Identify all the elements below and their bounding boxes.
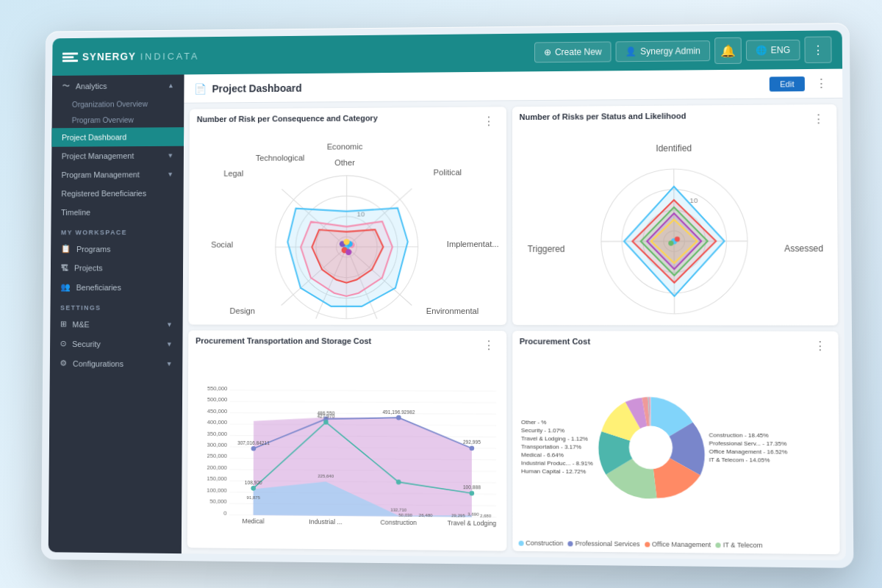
svg-text:10: 10 bbox=[689, 196, 698, 204]
sidebar-item-program-overview[interactable]: Program Overview bbox=[52, 112, 184, 129]
sidebar-item-timeline[interactable]: Timeline bbox=[51, 203, 183, 222]
svg-text:225,640: 225,640 bbox=[318, 473, 334, 478]
svg-text:100,888: 100,888 bbox=[463, 484, 481, 490]
screen: SYNERGY INDICATA ⊕ Create New 👤 Synergy … bbox=[49, 30, 846, 560]
language-button[interactable]: 🌐 ENG bbox=[746, 40, 800, 61]
sidebar-item-programs[interactable]: 📋 Programs bbox=[51, 239, 183, 259]
svg-text:Political: Political bbox=[434, 168, 462, 176]
projects-icon: 🏗 bbox=[60, 264, 68, 273]
svg-text:Medical: Medical bbox=[242, 517, 264, 525]
svg-line-71 bbox=[229, 413, 496, 415]
chart3-area: 550,000 500,000 450,000 400,000 350,000 … bbox=[187, 356, 506, 551]
svg-point-86 bbox=[470, 446, 475, 451]
svg-text:2,680: 2,680 bbox=[480, 513, 492, 517]
logo: SYNERGY INDICATA bbox=[62, 48, 200, 65]
settings-label: SETTINGS bbox=[50, 297, 182, 315]
sidebar-item-registered-beneficiaries[interactable]: Registered Beneficiaries bbox=[51, 184, 184, 203]
chevron-down-icon-2: ▼ bbox=[167, 171, 173, 178]
chart1-more-button[interactable]: ⋮ bbox=[478, 112, 499, 129]
sidebar-item-project-management[interactable]: Project Management ▼ bbox=[51, 146, 184, 166]
chart2-title: Number of Risks per Status and Likelihoo… bbox=[520, 112, 686, 122]
edit-button[interactable]: Edit bbox=[770, 76, 805, 91]
programs-icon: 📋 bbox=[61, 244, 71, 254]
svg-text:Industrial ...: Industrial ... bbox=[309, 517, 342, 526]
svg-text:400,000: 400,000 bbox=[207, 419, 227, 426]
user-icon: 👤 bbox=[625, 46, 637, 57]
config-icon: ⚙ bbox=[60, 359, 67, 368]
beneficiaries-icon: 👥 bbox=[60, 282, 71, 292]
sidebar-item-security[interactable]: ⊙ Security ▼ bbox=[50, 334, 183, 354]
chart2-more-button[interactable]: ⋮ bbox=[808, 110, 829, 127]
chart1-header: Number of Risk per Consequence and Categ… bbox=[190, 107, 506, 135]
user-menu-button[interactable]: 👤 Synergy Admin bbox=[616, 40, 710, 62]
chart4-more-button[interactable]: ⋮ bbox=[809, 337, 831, 354]
svg-text:Legal: Legal bbox=[223, 169, 243, 178]
notifications-button[interactable]: 🔔 bbox=[714, 37, 742, 64]
svg-text:307,016.84211: 307,016.84211 bbox=[237, 440, 270, 445]
dashboard-icon: 📄 bbox=[194, 82, 207, 94]
svg-text:350,000: 350,000 bbox=[207, 430, 227, 437]
svg-text:26,480: 26,480 bbox=[419, 513, 433, 517]
chart4-header: Procurement Cost ⋮ bbox=[512, 331, 839, 357]
svg-text:50,030: 50,030 bbox=[398, 512, 412, 517]
plus-circle-icon: ⊕ bbox=[544, 47, 551, 57]
sidebar-item-beneficiaries[interactable]: 👥 Beneficiaries bbox=[51, 277, 183, 297]
svg-text:292,995: 292,995 bbox=[463, 440, 481, 445]
svg-text:150,000: 150,000 bbox=[207, 476, 227, 482]
chart2-area: Identified Assessed Controlled Triggered… bbox=[512, 130, 839, 325]
svg-text:29,295: 29,295 bbox=[451, 513, 465, 517]
svg-text:Construction: Construction bbox=[380, 518, 417, 526]
svg-point-87 bbox=[251, 486, 256, 491]
svg-point-85 bbox=[396, 415, 401, 420]
sidebar-analytics-header[interactable]: 〜 Analytics ▲ bbox=[52, 74, 184, 96]
bar-chart-svg: 550,000 500,000 450,000 400,000 350,000 … bbox=[193, 356, 501, 548]
svg-text:Identified: Identified bbox=[656, 143, 692, 153]
security-chevron-icon: ▼ bbox=[166, 340, 173, 348]
svg-text:Economic: Economic bbox=[327, 142, 363, 151]
content-header: 📄 Project Dashboard Edit ⋮ bbox=[184, 69, 842, 104]
create-new-button[interactable]: ⊕ Create New bbox=[534, 41, 612, 62]
sidebar-item-projects[interactable]: 🏗 Projects bbox=[51, 259, 183, 278]
more-menu-button[interactable]: ⋮ bbox=[804, 36, 831, 63]
header-more-button[interactable]: ⋮ bbox=[811, 75, 832, 92]
sidebar-item-me[interactable]: ⊞ M&E ▼ bbox=[50, 315, 182, 334]
chart2-header: Number of Risks per Status and Likelihoo… bbox=[512, 104, 837, 132]
svg-text:500,000: 500,000 bbox=[207, 396, 227, 403]
chart4-area: Other - % Security - 1.07% Travel & Lodg… bbox=[512, 356, 840, 542]
globe-icon: 🌐 bbox=[756, 45, 767, 55]
svg-text:132,710: 132,710 bbox=[390, 508, 407, 512]
sidebar-item-configurations[interactable]: ⚙ Configurations ▼ bbox=[50, 354, 183, 373]
me-icon: ⊞ bbox=[60, 319, 67, 329]
svg-point-88 bbox=[323, 420, 329, 425]
svg-text:Social: Social bbox=[211, 240, 233, 248]
chart1-title: Number of Risk per Consequence and Categ… bbox=[197, 114, 378, 124]
svg-text:50,000: 50,000 bbox=[209, 498, 226, 505]
svg-text:100,000: 100,000 bbox=[207, 487, 227, 493]
hamburger-icon bbox=[62, 49, 78, 65]
svg-text:491,196.92982: 491,196.92982 bbox=[382, 409, 415, 415]
svg-text:Environmental: Environmental bbox=[426, 306, 478, 315]
svg-point-83 bbox=[251, 446, 257, 451]
top-nav: SYNERGY INDICATA ⊕ Create New 👤 Synergy … bbox=[52, 30, 842, 76]
dashboard-grid: Number of Risk per Consequence and Categ… bbox=[182, 98, 846, 561]
monitor: SYNERGY INDICATA ⊕ Create New 👤 Synergy … bbox=[41, 23, 853, 568]
svg-point-35 bbox=[343, 239, 349, 245]
analytics-icon: 〜 bbox=[62, 81, 70, 92]
svg-text:427,970: 427,970 bbox=[318, 414, 335, 419]
svg-text:Triggered: Triggered bbox=[527, 243, 564, 253]
svg-point-56 bbox=[668, 241, 673, 246]
svg-text:Travel & Lodging: Travel & Lodging bbox=[448, 519, 497, 527]
security-icon: ⊙ bbox=[60, 339, 67, 348]
svg-text:200,000: 200,000 bbox=[207, 464, 226, 470]
main-layout: 〜 Analytics ▲ Organization Overview Prog… bbox=[49, 69, 846, 561]
chart3-more-button[interactable]: ⋮ bbox=[478, 337, 499, 354]
sidebar-item-program-management[interactable]: Program Management ▼ bbox=[51, 165, 184, 184]
sidebar-item-org-overview[interactable]: Organization Overview bbox=[52, 96, 184, 112]
chevron-down-icon: ▼ bbox=[168, 152, 174, 159]
chart-procurement-cost: Procurement Cost ⋮ Other - % Security - … bbox=[512, 331, 840, 554]
svg-point-90 bbox=[470, 491, 475, 496]
svg-text:Design: Design bbox=[230, 306, 255, 315]
svg-text:550,000: 550,000 bbox=[207, 385, 227, 392]
sidebar-item-project-dashboard[interactable]: Project Dashboard bbox=[51, 127, 184, 147]
chevron-up-icon: ▲ bbox=[168, 82, 174, 89]
